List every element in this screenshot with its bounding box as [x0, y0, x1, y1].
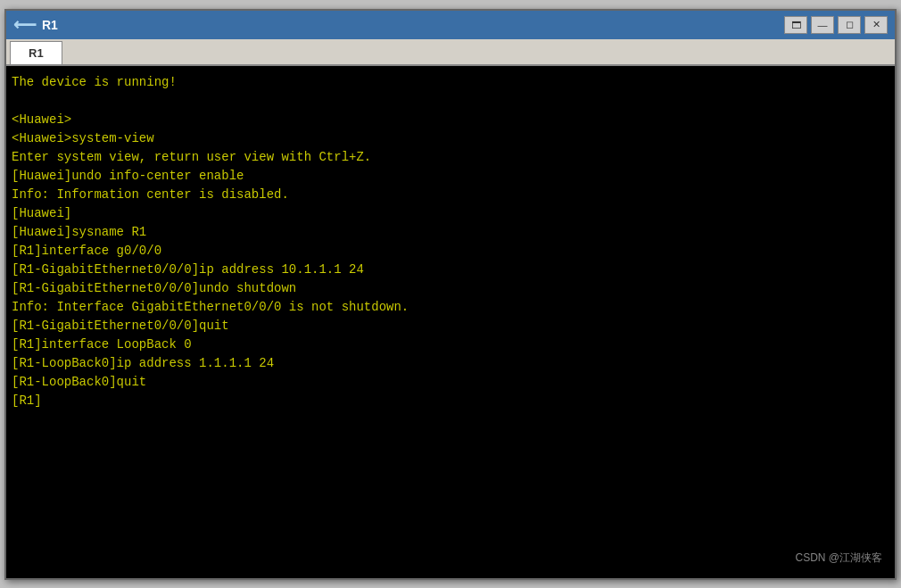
main-window: ⟵ R1 🗖 — ◻ ✕ R1 The device is running!<H…	[4, 9, 897, 580]
terminal-line: [Huawei]	[12, 204, 889, 223]
window-controls: 🗖 — ◻ ✕	[784, 16, 888, 34]
terminal-line: Enter system view, return user view with…	[12, 148, 889, 167]
terminal-line: [R1-LoopBack0]ip address 1.1.1.1 24	[12, 354, 889, 373]
window-icon: ⟵	[13, 15, 37, 35]
watermark: CSDN @江湖侠客	[795, 551, 882, 566]
terminal-line: [R1-GigabitEthernet0/0/0]ip address 10.1…	[12, 261, 889, 279]
tab-bar: R1	[6, 39, 895, 66]
tab-r1[interactable]: R1	[10, 41, 62, 64]
terminal-line: [R1]interface LoopBack 0	[12, 335, 889, 354]
minimize-button[interactable]: —	[811, 16, 834, 34]
terminal-line: Info: Information center is disabled.	[12, 186, 889, 204]
window-title: R1	[42, 18, 58, 32]
maximize-button[interactable]: ◻	[838, 16, 861, 34]
terminal-line: [Huawei]sysname R1	[12, 223, 889, 242]
terminal-line: [Huawei]undo info-center enable	[12, 167, 889, 186]
terminal-line: <Huawei>system-view	[12, 129, 889, 148]
terminal-line: [R1]	[12, 392, 889, 410]
terminal-line: [R1-GigabitEthernet0/0/0]undo shutdown	[12, 279, 889, 298]
restore-button[interactable]: 🗖	[784, 16, 807, 34]
terminal-line: [R1]interface g0/0/0	[12, 242, 889, 261]
title-bar-left: ⟵ R1	[13, 15, 58, 35]
terminal-output[interactable]: The device is running!<Huawei><Huawei>sy…	[6, 66, 895, 578]
terminal-line: [R1-GigabitEthernet0/0/0]quit	[12, 317, 889, 335]
terminal-line	[12, 92, 889, 111]
title-bar: ⟵ R1 🗖 — ◻ ✕	[6, 11, 895, 39]
close-button[interactable]: ✕	[864, 16, 888, 34]
terminal-line: <Huawei>	[12, 111, 889, 129]
terminal-line: [R1-LoopBack0]quit	[12, 373, 889, 392]
terminal-line: The device is running!	[12, 73, 889, 92]
terminal-line: Info: Interface GigabitEthernet0/0/0 is …	[12, 298, 889, 317]
